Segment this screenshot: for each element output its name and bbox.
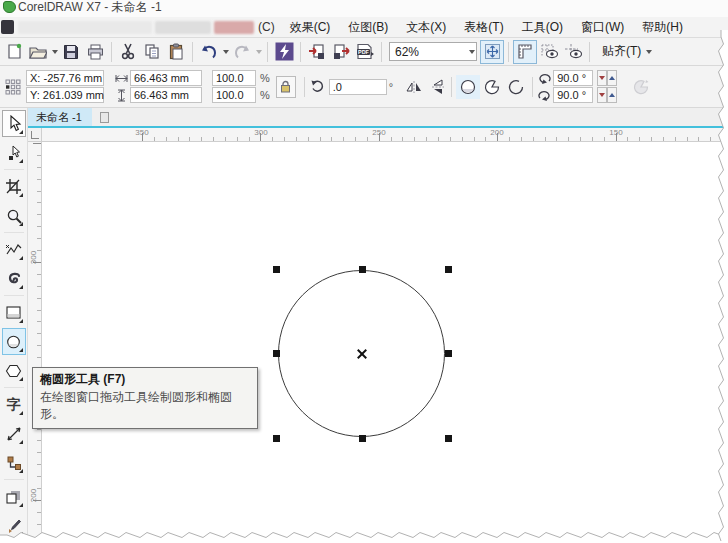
snap-to-dropdown[interactable]: 贴齐(T) bbox=[594, 40, 656, 63]
scale-h-unit: % bbox=[258, 72, 272, 84]
mirror-vertical-button[interactable] bbox=[429, 78, 447, 96]
menu-item-window[interactable]: 窗口(W) bbox=[572, 17, 633, 38]
flyout-indicator-icon bbox=[19, 319, 23, 323]
rotation-angle-field[interactable]: .0 bbox=[329, 79, 387, 95]
rotation-unit: ° bbox=[387, 81, 395, 93]
pie-mode-button[interactable] bbox=[480, 75, 504, 99]
show-rulers-toggle[interactable] bbox=[513, 40, 537, 64]
selection-handle-bottom-right[interactable] bbox=[445, 435, 452, 442]
menu-item-effects[interactable]: 效果(C) bbox=[281, 17, 340, 38]
color-eyedropper-tool[interactable] bbox=[2, 512, 26, 539]
coreldraw-window: CorelDRAW X7 - 未命名 -1 (C) 效果(C) 位图(B) 文本… bbox=[0, 0, 728, 543]
end-angle-up-button[interactable] bbox=[607, 87, 617, 103]
document-tab[interactable]: 未命名 -1 bbox=[28, 108, 92, 126]
save-button[interactable] bbox=[59, 40, 83, 64]
crop-tool[interactable] bbox=[2, 173, 26, 200]
connector-tool[interactable] bbox=[2, 449, 26, 476]
pick-tool[interactable] bbox=[2, 110, 26, 137]
y-position-field[interactable]: Y: 261.039 mm bbox=[26, 87, 104, 103]
selection-handle-middle-right[interactable] bbox=[445, 350, 452, 357]
paste-button[interactable] bbox=[164, 40, 188, 64]
lock-ratio-button[interactable] bbox=[276, 76, 296, 98]
import-button[interactable] bbox=[305, 40, 329, 64]
flyout-indicator-icon bbox=[19, 130, 23, 134]
toolbar-divider bbox=[192, 42, 193, 62]
arc-mode-button[interactable] bbox=[504, 75, 528, 99]
menu-item-bitmaps[interactable]: 位图(B) bbox=[339, 17, 397, 38]
full-screen-preview-button[interactable] bbox=[480, 40, 504, 64]
ellipse-tool[interactable] bbox=[2, 328, 26, 355]
redo-button[interactable] bbox=[230, 40, 254, 64]
toolbar-divider bbox=[300, 42, 301, 62]
toolbox-divider bbox=[4, 169, 24, 170]
undo-dropdown[interactable] bbox=[221, 40, 230, 64]
new-document-button[interactable] bbox=[2, 40, 26, 64]
app-launcher-button[interactable] bbox=[272, 40, 296, 64]
menu-item-help[interactable]: 帮助(H) bbox=[633, 17, 692, 38]
text-tool[interactable]: 字 bbox=[2, 391, 26, 418]
show-grid-toggle[interactable] bbox=[537, 40, 561, 64]
ruler-label: 250 bbox=[372, 128, 385, 137]
end-angle-down-button[interactable] bbox=[597, 87, 607, 103]
export-button[interactable] bbox=[329, 40, 353, 64]
propbar-divider bbox=[532, 77, 533, 97]
change-direction-button[interactable] bbox=[629, 75, 653, 99]
horizontal-ruler[interactable]: 350 300 250 200 150 bbox=[42, 128, 728, 142]
rectangle-tool[interactable] bbox=[2, 299, 26, 326]
document-tab-bar: 未命名 -1 bbox=[28, 108, 728, 128]
start-angle-down-button[interactable] bbox=[597, 70, 607, 86]
toolbar-divider bbox=[508, 42, 509, 62]
start-angle-field[interactable]: 90.0 ° bbox=[553, 70, 593, 86]
app-menu-icon[interactable] bbox=[1, 20, 14, 34]
selection-handle-top-center[interactable] bbox=[359, 266, 366, 273]
open-dropdown[interactable] bbox=[50, 40, 59, 64]
artistic-media-tool[interactable] bbox=[2, 265, 26, 292]
selection-handle-bottom-center[interactable] bbox=[359, 435, 366, 442]
polygon-tool[interactable] bbox=[2, 357, 26, 384]
show-guidelines-toggle[interactable] bbox=[561, 40, 585, 64]
menu-item-text[interactable]: 文本(X) bbox=[397, 17, 455, 38]
zoom-level-dropdown-icon[interactable] bbox=[467, 40, 476, 64]
zoom-level-select[interactable]: 62% bbox=[389, 42, 477, 61]
undo-button[interactable] bbox=[197, 40, 221, 64]
freehand-tool[interactable] bbox=[2, 236, 26, 263]
copy-button[interactable] bbox=[140, 40, 164, 64]
selection-handle-bottom-left[interactable] bbox=[273, 435, 280, 442]
object-width-field[interactable]: 66.463 mm bbox=[130, 70, 202, 86]
object-center-mark[interactable] bbox=[357, 349, 367, 359]
ellipse-mode-button[interactable] bbox=[456, 75, 480, 99]
redo-dropdown[interactable] bbox=[254, 40, 263, 64]
flyout-indicator-icon bbox=[19, 222, 23, 226]
object-height-field[interactable]: 66.463 mm bbox=[130, 87, 202, 103]
title-bar: CorelDRAW X7 - 未命名 -1 bbox=[0, 0, 728, 17]
flyout-indicator-icon bbox=[19, 377, 23, 381]
cut-button[interactable] bbox=[116, 40, 140, 64]
selection-handle-middle-left[interactable] bbox=[273, 350, 280, 357]
ruler-origin-corner[interactable] bbox=[28, 128, 42, 142]
drawing-canvas[interactable] bbox=[42, 142, 728, 543]
menu-item-partial[interactable]: (C) bbox=[258, 20, 275, 34]
toolbox: 字 bbox=[0, 108, 28, 543]
shape-tool[interactable] bbox=[2, 139, 26, 166]
x-position-field[interactable]: X: -257.76 mm bbox=[26, 70, 104, 86]
menu-item-table[interactable]: 表格(T) bbox=[455, 17, 512, 38]
ruler-major-ticks bbox=[142, 133, 728, 141]
scale-vertical-field[interactable]: 100.0 bbox=[212, 87, 256, 103]
dimension-tool[interactable] bbox=[2, 420, 26, 447]
vertical-ruler[interactable]: 300 200 bbox=[28, 142, 42, 543]
start-angle-up-button[interactable] bbox=[607, 70, 617, 86]
end-angle-field[interactable]: 90.0 ° bbox=[553, 87, 593, 103]
new-tab-page-icon[interactable] bbox=[100, 112, 109, 123]
selection-handle-top-right[interactable] bbox=[445, 266, 452, 273]
print-button[interactable] bbox=[83, 40, 107, 64]
object-position-icon bbox=[4, 78, 22, 96]
mirror-horizontal-button[interactable] bbox=[405, 78, 423, 96]
zoom-tool[interactable] bbox=[2, 202, 26, 229]
toolbar-divider bbox=[381, 42, 382, 62]
open-button[interactable] bbox=[26, 40, 50, 64]
menu-item-tools[interactable]: 工具(O) bbox=[513, 17, 572, 38]
publish-pdf-button[interactable]: PDF bbox=[353, 40, 377, 64]
selection-handle-top-left[interactable] bbox=[273, 266, 280, 273]
scale-horizontal-field[interactable]: 100.0 bbox=[212, 70, 256, 86]
drop-shadow-tool[interactable] bbox=[2, 483, 26, 510]
